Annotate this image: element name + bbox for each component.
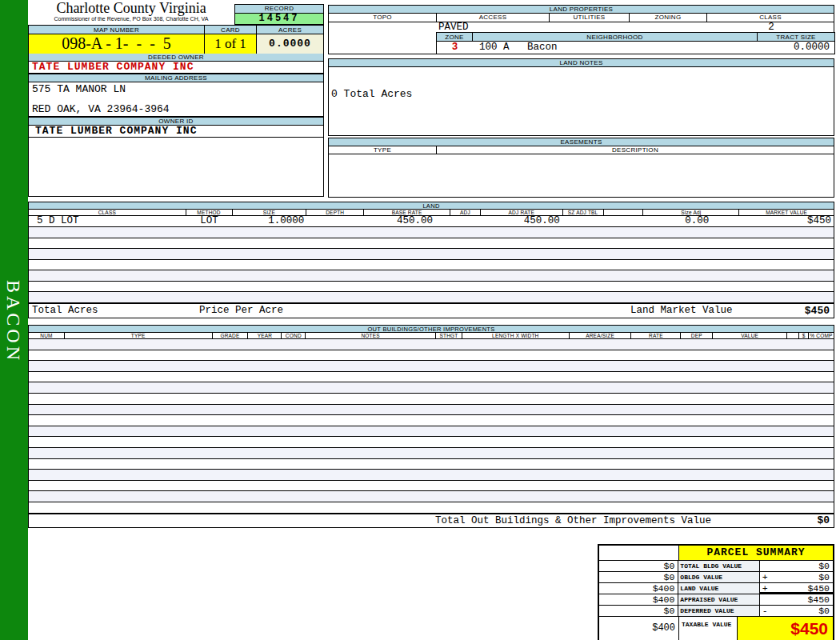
land-value-label: LAND VALUE xyxy=(678,583,759,594)
empty-row xyxy=(29,372,834,383)
total-bldg-value-label: TOTAL BLDG VALUE xyxy=(678,561,759,571)
zone-value: 3 xyxy=(437,42,473,53)
zone-values: 3 100 A Bacon 0.0000 xyxy=(436,42,835,54)
empty-row xyxy=(29,426,834,438)
prior-deferred-value: $0 xyxy=(599,606,678,616)
land-row-base-rate: 450.00 xyxy=(364,216,450,226)
ob-col-sthgt: STHGT xyxy=(436,333,462,338)
ob-col-spacer xyxy=(787,333,799,338)
sidebar-vertical-label: BACON xyxy=(2,280,24,363)
ob-col-value: VALUE xyxy=(713,333,787,338)
map-card-acres-values: 098-A - 1- - - 5 1 of 1 0.0000 xyxy=(28,34,324,54)
class-value: 2 xyxy=(707,22,835,33)
land-row-market-value: $450 xyxy=(739,216,834,226)
land-notes-title: LAND NOTES xyxy=(328,58,834,67)
mailing-address-line1: 575 TA MANOR LN xyxy=(32,83,320,95)
land-table-section: LAND CLASS METHOD SIZE DEPTH BASE RATE A… xyxy=(28,202,834,303)
record-box: RECORD 14547 xyxy=(234,4,324,25)
empty-row xyxy=(29,394,834,405)
empty-row xyxy=(29,415,834,426)
acres-value: 0.0000 xyxy=(256,34,324,54)
summary-row-appraised: $400 APPRAISED VALUE $450 xyxy=(599,594,833,605)
ob-col-rate: RATE xyxy=(631,333,681,338)
zone-headers: ZONE NEIGHBORHOOD TRACT SIZE xyxy=(436,32,835,42)
obldg-value-cell: + $0 xyxy=(760,572,833,582)
ob-col-dollar: $ xyxy=(799,333,809,338)
land-properties-title: LAND PROPERTIES xyxy=(328,5,834,14)
deferred-op: - xyxy=(762,606,768,616)
land-row-size: 1.0000 xyxy=(232,216,306,226)
mailing-address-line2: RED OAK, VA 23964-3964 xyxy=(32,103,320,115)
land-row-spacer xyxy=(604,216,644,226)
neighborhood-value: 100 A Bacon xyxy=(473,42,758,53)
prior-total-bldg-value: $0 xyxy=(599,561,678,571)
land-row-method: LOT xyxy=(186,216,233,226)
map-card-acres-headers: MAP NUMBER CARD ACRES xyxy=(28,25,324,34)
land-col-adj: ADJ xyxy=(450,210,481,215)
land-value-cell: + $450 xyxy=(760,583,833,594)
land-empty-rows xyxy=(28,227,834,303)
zoning-label: ZONING xyxy=(629,14,706,22)
land-col-depth: DEPTH xyxy=(306,210,364,215)
easement-type-label: TYPE xyxy=(328,146,436,154)
price-per-acre-label: Price Per Acre xyxy=(199,304,283,318)
ob-col-dep: DEP xyxy=(681,333,713,338)
parcel-summary-header-spacer xyxy=(599,546,679,560)
out-buildings-total-value: $0 xyxy=(817,514,830,527)
zone-table: ZONE NEIGHBORHOOD TRACT SIZE 3 100 A Bac… xyxy=(436,32,835,54)
land-row-adj xyxy=(450,216,481,226)
land-op: + xyxy=(762,583,768,594)
land-col-adj-rate: ADJ RATE xyxy=(481,210,563,215)
summary-row-total-bldg: $0 TOTAL BLDG VALUE $0 xyxy=(599,560,833,571)
card-value: 1 of 1 xyxy=(204,34,256,54)
land-value: $450 xyxy=(807,583,830,594)
easements-section: EASEMENTS TYPE DESCRIPTION xyxy=(328,138,834,198)
taxable-value: $450 xyxy=(738,617,833,640)
land-notes-section: LAND NOTES 0 Total Acres xyxy=(328,58,834,136)
land-market-value: $450 xyxy=(805,304,830,318)
land-col-market-value: MARKET VALUE xyxy=(739,210,834,215)
land-col-size: SIZE xyxy=(233,210,307,215)
ob-col-year: YEAR xyxy=(248,333,282,338)
record-value: 14547 xyxy=(234,14,324,25)
easements-headers: TYPE DESCRIPTION xyxy=(328,146,834,154)
empty-row xyxy=(29,459,834,470)
summary-row-deferred: $0 DEFERRED VALUE - $0 xyxy=(599,605,833,616)
parcel-summary: PARCEL SUMMARY $0 TOTAL BLDG VALUE $0 $0… xyxy=(598,544,834,640)
appraised-value-cell: $450 xyxy=(760,594,833,605)
prior-obldg-value: $0 xyxy=(599,572,678,582)
parcel-summary-title: PARCEL SUMMARY xyxy=(679,546,833,560)
ob-col-notes: NOTES xyxy=(306,333,436,338)
neighborhood-sidebar: BACON xyxy=(0,0,28,640)
empty-row xyxy=(29,270,834,282)
county-title: Charlotte County Virginia xyxy=(28,0,234,16)
obldg-op: + xyxy=(762,572,768,582)
land-totals-row: Total Acres Price Per Acre Land Market V… xyxy=(28,303,834,318)
property-record-card: BACON Charlotte County Virginia Commissi… xyxy=(0,0,840,640)
empty-row xyxy=(29,382,834,394)
land-col-method: METHOD xyxy=(186,210,233,215)
deferred-value-cell: - $0 xyxy=(760,606,833,616)
easements-empty-area xyxy=(328,154,834,198)
out-buildings-total-row: Total Out Buildings & Other Improvements… xyxy=(28,514,834,528)
land-col-size-adj: Size Adj xyxy=(643,210,739,215)
deferred-value: $0 xyxy=(818,606,830,616)
empty-row xyxy=(29,470,834,481)
parcel-summary-header: PARCEL SUMMARY xyxy=(599,546,833,560)
land-col-base-rate: BASE RATE xyxy=(364,210,450,215)
land-row-depth xyxy=(306,216,364,226)
taxable-value-label: TAXABLE VALUE xyxy=(679,617,738,640)
empty-row xyxy=(29,292,834,303)
acres-label: ACRES xyxy=(256,25,324,34)
owner-id-value: TATE LUMBER COMPANY INC xyxy=(28,126,324,138)
total-acres-label: Total Acres xyxy=(32,304,98,318)
ob-col-area-size: AREA/SIZE xyxy=(570,333,632,338)
map-number-label: MAP NUMBER xyxy=(28,25,204,34)
land-row-size-adj: 0.00 xyxy=(643,216,739,226)
empty-row xyxy=(29,238,834,250)
empty-row xyxy=(29,502,834,514)
land-properties-values: PAVED 2 xyxy=(328,22,834,32)
land-col-spacer xyxy=(604,210,644,215)
out-buildings-empty-rows xyxy=(28,339,834,514)
empty-row xyxy=(29,448,834,459)
